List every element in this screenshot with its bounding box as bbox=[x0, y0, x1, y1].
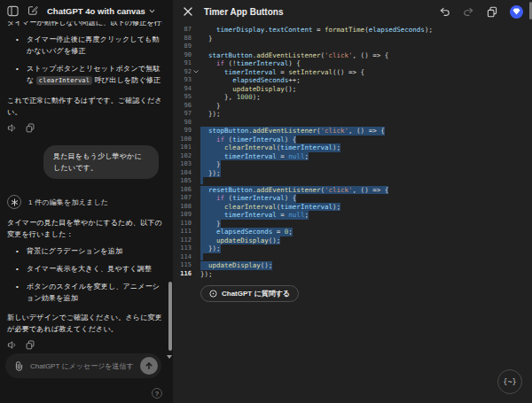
assistant-msg1-closing: これで正常に動作するはずです。ご確認ください。 bbox=[7, 95, 162, 118]
model-label: ChatGPT 4o with canvas bbox=[47, 6, 145, 16]
help-badge[interactable]: ? bbox=[152, 388, 162, 399]
code-line[interactable]: 102 timerInterval = null; bbox=[175, 152, 532, 161]
canvas-toolbar bbox=[439, 5, 523, 19]
code-text: timerInterval = null; bbox=[200, 211, 309, 220]
ask-chatgpt-label: ChatGPT に質問する bbox=[222, 289, 290, 298]
code-text: stopButton.addEventListener('click', () … bbox=[200, 127, 385, 136]
canvas-panel: Timer App Buttons bbox=[173, 0, 532, 403]
code-text: timerInterval = null; bbox=[200, 152, 309, 161]
code-line[interactable]: 112 updateDisplay(); bbox=[175, 236, 532, 245]
line-number: 91 bbox=[175, 59, 192, 68]
code-line[interactable]: 88 } bbox=[175, 35, 532, 43]
code-line[interactable]: 99 stopButton.addEventListener('click', … bbox=[175, 127, 532, 136]
line-number: 100 bbox=[175, 136, 192, 144]
line-number: 95 bbox=[175, 93, 192, 102]
code-line[interactable]: 90 startButton.addEventListener('click',… bbox=[175, 51, 532, 60]
user-message-bubble: 見た目をもう少し華やかにしたいです。 bbox=[43, 145, 159, 179]
code-text: clearInterval(timerInterval); bbox=[200, 143, 340, 152]
undo-icon[interactable] bbox=[439, 6, 450, 17]
code-line[interactable]: 101 clearInterval(timerInterval); bbox=[175, 143, 532, 152]
ask-chatgpt-button[interactable]: ChatGPT に質問する bbox=[200, 285, 299, 302]
code-editor[interactable]: 87 timerDisplay.textContent = formatTime… bbox=[175, 26, 532, 278]
close-icon[interactable] bbox=[184, 7, 192, 16]
copy-icon[interactable] bbox=[26, 340, 35, 350]
line-number: 108 bbox=[175, 203, 192, 212]
code-line[interactable]: 89 bbox=[175, 43, 532, 51]
new-chat-icon[interactable] bbox=[27, 5, 38, 16]
code-text: if (timerInterval) { bbox=[200, 194, 296, 203]
code-line[interactable]: 98 bbox=[175, 119, 532, 128]
code-line[interactable]: 115 updateDisplay(); bbox=[175, 261, 532, 270]
inline-code: clearInterval bbox=[36, 76, 92, 85]
copy-icon[interactable] bbox=[487, 6, 497, 18]
line-number: 89 bbox=[175, 43, 192, 51]
chat-header: ChatGPT 4o with canvas bbox=[0, 0, 173, 21]
code-line[interactable]: 116}); bbox=[175, 270, 532, 279]
code-line[interactable]: 92 timerInterval = setInterval(() => { bbox=[175, 68, 532, 77]
copy-icon[interactable] bbox=[26, 123, 35, 133]
code-line[interactable]: 103 } bbox=[175, 160, 532, 169]
line-number: 106 bbox=[175, 186, 192, 195]
line-number: 113 bbox=[175, 244, 192, 253]
chat-scrollbar[interactable] bbox=[168, 282, 172, 351]
bullet-item: ボタンのスタイルを変更し、アニメーション効果を追加 bbox=[7, 281, 162, 304]
line-number: 107 bbox=[175, 194, 192, 203]
message-actions bbox=[7, 123, 162, 133]
code-text: elapsedSeconds++; bbox=[200, 76, 301, 85]
code-line[interactable]: 93 elapsedSeconds++; bbox=[175, 76, 532, 85]
code-line[interactable]: 108 clearInterval(timerInterval); bbox=[175, 203, 532, 212]
code-line[interactable]: 113 }); bbox=[175, 244, 532, 253]
canvas-badge-icon[interactable] bbox=[510, 5, 523, 19]
code-line[interactable]: 114 bbox=[175, 253, 532, 262]
edit-note-row: 1 件の編集を加えました bbox=[7, 195, 162, 209]
read-aloud-icon[interactable] bbox=[7, 340, 17, 350]
read-aloud-icon[interactable] bbox=[7, 123, 17, 133]
code-line[interactable]: 94 updateDisplay(); bbox=[175, 85, 532, 94]
scroll-down-arrow-icon[interactable] bbox=[167, 355, 172, 359]
code-text: } bbox=[200, 35, 213, 43]
line-number: 111 bbox=[175, 228, 192, 236]
code-line[interactable]: 111 elapsedSeconds = 0; bbox=[175, 228, 532, 236]
code-line[interactable]: 97 }); bbox=[175, 110, 532, 119]
assistant-clipped-line: タイマーが動作しない問題に、以下の修正を行いました： bbox=[7, 21, 162, 28]
code-line[interactable]: 104 }); bbox=[175, 169, 532, 178]
code-line[interactable]: 87 timerDisplay.textContent = formatTime… bbox=[175, 26, 532, 35]
bullet-item: 背景にグラデーションを追加 bbox=[7, 245, 162, 257]
redo-icon[interactable] bbox=[463, 6, 474, 17]
code-text: }); bbox=[200, 270, 213, 279]
code-text: } bbox=[200, 160, 221, 169]
bullet-item: ストップボタンとリセットボタンで無駄な clearInterval 呼び出しを防… bbox=[7, 63, 162, 87]
user-message-row: 見た目をもう少し華やかにしたいです。 bbox=[7, 145, 162, 179]
composer-input[interactable]: ChatGPT にメッセージを送信する bbox=[30, 361, 134, 371]
code-text: timerDisplay.textContent = formatTime(el… bbox=[200, 26, 433, 35]
message-composer[interactable]: ChatGPT にメッセージを送信する bbox=[5, 353, 161, 378]
attach-icon[interactable] bbox=[14, 360, 24, 371]
code-line[interactable]: 106 resetButton.addEventListener('click'… bbox=[175, 186, 532, 195]
line-number: 102 bbox=[175, 152, 192, 161]
line-number: 88 bbox=[175, 35, 192, 43]
send-button[interactable] bbox=[140, 357, 158, 375]
code-line[interactable]: 100 if (timerInterval) { bbox=[175, 136, 532, 144]
line-number: 97 bbox=[175, 110, 192, 119]
line-number: 112 bbox=[175, 236, 192, 245]
code-line[interactable]: 110 } bbox=[175, 220, 532, 229]
code-line[interactable]: 105 bbox=[175, 177, 532, 186]
line-number: 87 bbox=[175, 26, 192, 35]
code-line[interactable]: 107 if (timerInterval) { bbox=[175, 194, 532, 203]
code-line[interactable]: 109 timerInterval = null; bbox=[175, 211, 532, 220]
code-line[interactable]: 95 }, 1000); bbox=[175, 93, 532, 102]
chat-panel: ChatGPT 4o with canvas タイマーが動作しない問題に、以下の… bbox=[0, 0, 173, 403]
assistant-msg2-bullets: 背景にグラデーションを追加タイマー表示を大きく、見やすく調整ボタンのスタイルを変… bbox=[7, 245, 162, 304]
chevron-down-icon bbox=[149, 9, 155, 13]
code-line[interactable]: 96 } bbox=[175, 102, 532, 111]
code-view-toggle[interactable]: {~} bbox=[497, 369, 522, 394]
canvas-title: Timer App Buttons bbox=[204, 7, 427, 17]
model-selector[interactable]: ChatGPT 4o with canvas bbox=[47, 6, 155, 16]
sidebar-toggle-icon[interactable] bbox=[7, 5, 19, 17]
fold-chevron-icon[interactable] bbox=[192, 70, 200, 74]
line-number: 114 bbox=[175, 253, 192, 262]
chat-messages: タイマーが動作しない問題に、以下の修正を行いました： タイマー停止後に再度クリッ… bbox=[0, 21, 168, 359]
code-line[interactable]: 91 if (!timerInterval) { bbox=[175, 59, 532, 68]
line-number: 103 bbox=[175, 160, 192, 169]
code-text: }); bbox=[200, 244, 221, 253]
